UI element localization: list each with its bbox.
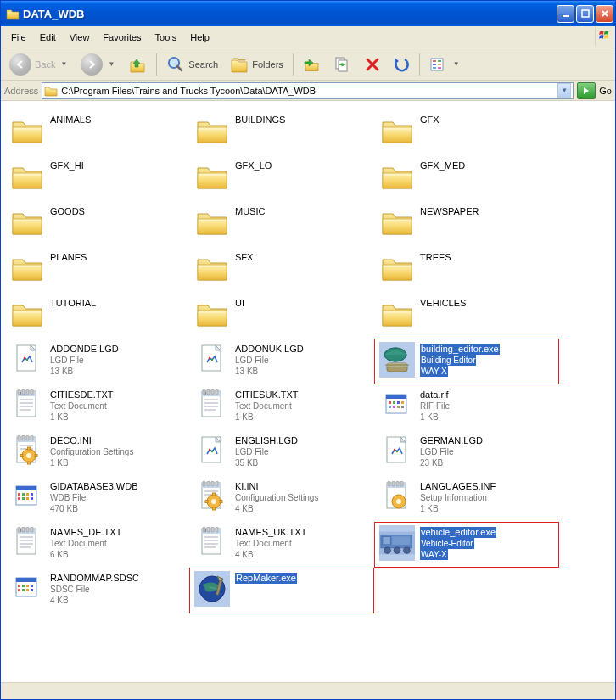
file-item[interactable]: ADDONUK.LGDLGD File13 KB	[189, 339, 374, 384]
file-item[interactable]: NAMES_UK.TXTText Document4 KB	[189, 522, 374, 568]
file-item[interactable]: ADDONDE.LGDLGD File13 KB	[4, 339, 189, 384]
folder-item[interactable]: VEHICLES	[374, 293, 559, 339]
item-name: LANGUAGES.INF	[420, 481, 496, 492]
svg-point-154	[199, 576, 225, 602]
folder-item[interactable]: GFX_LO	[189, 155, 374, 201]
svg-point-77	[394, 449, 395, 451]
file-item[interactable]: RepMaker.exe	[189, 568, 374, 613]
address-input[interactable]: C:\Program Files\Trains and Trucks Tycoo…	[42, 82, 574, 99]
file-list[interactable]: ANIMALSBUILDINGSGFXGFX_HIGFX_LOGFX_MEDGO…	[1, 101, 615, 682]
minimize-button[interactable]	[557, 5, 574, 23]
file-item[interactable]: CITIESDE.TXTText Document1 KB	[4, 384, 189, 430]
folder-item[interactable]: UI	[189, 293, 374, 339]
file-item[interactable]: vehicle_editor.exeVehicle-EditorWAY-X	[374, 522, 559, 568]
item-size: 4 KB	[235, 549, 306, 560]
back-button[interactable]: Back ▼	[4, 51, 74, 78]
folder-item[interactable]: TREES	[374, 247, 559, 293]
file-item[interactable]: LANGUAGES.INFSetup Information1 KB	[374, 476, 559, 522]
folder-icon	[379, 250, 415, 286]
folder-icon	[194, 204, 230, 240]
svg-point-110	[396, 499, 401, 504]
close-button[interactable]	[596, 5, 613, 23]
svg-rect-139	[392, 536, 410, 545]
item-name: GOODS	[50, 206, 85, 217]
copy-to-button[interactable]	[328, 53, 357, 76]
folder-item[interactable]: BUILDINGS	[189, 109, 374, 155]
folder-item[interactable]: PLANES	[4, 247, 189, 293]
item-type: Setup Information	[420, 492, 496, 503]
folder-item[interactable]: GFX	[374, 109, 559, 155]
views-button[interactable]: ▼	[424, 53, 467, 76]
chevron-down-icon: ▼	[59, 60, 69, 68]
undo-button[interactable]	[388, 53, 415, 76]
delete-button[interactable]	[359, 53, 386, 76]
file-item[interactable]: GIDATABASE3.WDBWDB File470 KB	[4, 476, 189, 522]
folder-icon	[6, 7, 20, 20]
item-name: data.rif	[420, 389, 450, 400]
svg-rect-107	[396, 481, 399, 486]
file-icon	[379, 479, 415, 515]
item-type: WDB File	[50, 492, 138, 503]
titlebar[interactable]: DATA_WDB	[1, 1, 615, 26]
file-item[interactable]: NAMES_DE.TXTText Document6 KB	[4, 522, 189, 568]
item-size: 4 KB	[50, 595, 139, 606]
svg-rect-47	[211, 389, 214, 395]
file-item[interactable]: RANDOMMAP.SDSCSDSC File4 KB	[4, 568, 189, 613]
folder-item[interactable]: GFX_HI	[4, 155, 189, 201]
item-size: 1 KB	[50, 457, 133, 468]
menu-view[interactable]: View	[63, 30, 97, 45]
svg-rect-88	[31, 497, 33, 500]
folder-item[interactable]: MUSIC	[189, 201, 374, 247]
folder-item[interactable]: SFX	[189, 247, 374, 293]
search-button[interactable]: Search	[161, 53, 223, 76]
up-button[interactable]	[123, 53, 152, 76]
menu-tools[interactable]: Tools	[148, 30, 184, 45]
explorer-window: DATA_WDB File Edit View Favorites Tools …	[0, 0, 616, 700]
item-name: GFX_MED	[420, 160, 465, 171]
folder-item[interactable]: NEWSPAPER	[374, 201, 559, 247]
file-item[interactable]: ENGLISH.LGDLGD File35 KB	[189, 430, 374, 476]
window-title: DATA_WDB	[23, 8, 557, 20]
file-item[interactable]: building_editor.exeBuilding EditorWAY-X	[374, 339, 559, 384]
folder-icon	[194, 113, 230, 148]
item-name: TREES	[420, 252, 451, 263]
file-item[interactable]: KI.INIConfiguration Settings4 KB	[189, 476, 374, 522]
file-item[interactable]: data.rifRIF File1 KB	[374, 384, 559, 430]
status-bar	[1, 682, 615, 699]
menu-file[interactable]: File	[4, 30, 33, 45]
file-icon	[9, 388, 45, 423]
file-item[interactable]: DECO.INIConfiguration Settings1 KB	[4, 430, 189, 476]
move-to-icon	[303, 55, 322, 74]
folders-button[interactable]: Folders	[225, 53, 288, 76]
move-to-button[interactable]	[298, 53, 327, 76]
svg-rect-69	[28, 447, 31, 450]
folder-item[interactable]: GFX_MED	[374, 155, 559, 201]
go-button[interactable]	[577, 82, 596, 99]
folder-icon	[9, 159, 45, 194]
copy-to-icon	[333, 55, 352, 74]
file-icon	[9, 571, 45, 607]
svg-point-98	[211, 499, 216, 504]
svg-rect-21	[387, 363, 407, 372]
item-type: Text Document	[235, 400, 299, 412]
menu-edit[interactable]: Edit	[33, 30, 63, 45]
folder-item[interactable]: ANIMALS	[4, 109, 189, 155]
item-name: vehicle_editor.exe	[420, 527, 496, 538]
svg-rect-70	[28, 462, 31, 464]
svg-rect-99	[213, 493, 216, 496]
menu-help[interactable]: Help	[183, 30, 216, 45]
svg-rect-58	[401, 406, 404, 408]
svg-rect-137	[381, 535, 412, 547]
folder-item[interactable]: TUTORIAL	[4, 293, 189, 339]
item-type: LGD File	[420, 446, 483, 457]
menu-favorites[interactable]: Favorites	[96, 30, 148, 45]
forward-button[interactable]: ▼	[76, 51, 121, 78]
folder-item[interactable]: GOODS	[4, 201, 189, 247]
svg-rect-145	[16, 578, 36, 582]
file-item[interactable]: GERMAN.LGDLGD File23 KB	[374, 430, 559, 476]
item-type: Text Document	[50, 400, 114, 412]
address-dropdown-button[interactable]: ▼	[557, 83, 571, 98]
maximize-button[interactable]	[576, 5, 594, 23]
item-size: 4 KB	[235, 503, 318, 514]
file-item[interactable]: CITIESUK.TXTText Document1 KB	[189, 384, 374, 430]
